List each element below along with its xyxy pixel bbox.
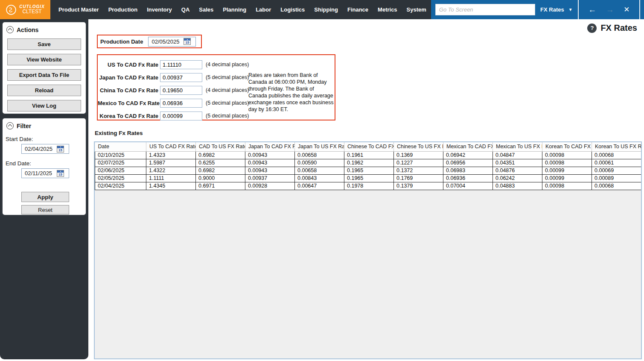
table-cell: 0.06983 bbox=[443, 167, 493, 174]
table-cell: 0.00098 bbox=[542, 151, 592, 159]
actions-panel-title: Actions bbox=[17, 26, 38, 33]
table-cell: 0.6971 bbox=[196, 182, 245, 190]
help-icon[interactable]: ? bbox=[587, 23, 597, 33]
decimal-places-note: (4 decimal places) bbox=[206, 62, 249, 68]
column-header[interactable]: Korean To CAD FX Rate bbox=[542, 142, 592, 151]
back-arrow-icon[interactable]: ← bbox=[588, 6, 596, 14]
table-cell: 0.06242 bbox=[493, 174, 542, 182]
page-header: ? FX Rates bbox=[587, 23, 637, 33]
top-navbar: CUTLOGIX CLTEST Product MasterProduction… bbox=[0, 0, 644, 19]
chevron-down-icon: ▼ bbox=[568, 7, 573, 12]
filter-panel-header: Filter bbox=[3, 118, 86, 129]
column-header[interactable]: Korean To US FX Rate bbox=[592, 142, 641, 151]
nav-menu-inventory[interactable]: Inventory bbox=[142, 6, 177, 13]
column-header[interactable]: CAD To US FX Rate bbox=[196, 142, 245, 151]
calendar-icon[interactable]: 15 bbox=[57, 170, 64, 177]
start-date-input[interactable] bbox=[22, 146, 57, 152]
table-cell: 0.04847 bbox=[493, 151, 542, 159]
actions-panel: Actions SaveView WebsiteExport Data To F… bbox=[2, 21, 87, 114]
table-cell: 0.00099 bbox=[542, 167, 592, 174]
page-title: FX Rates bbox=[600, 23, 637, 33]
calendar-icon[interactable]: 15 bbox=[57, 146, 64, 153]
japan-to-cad-fx-rate-input[interactable] bbox=[160, 73, 202, 82]
china-to-cad-fx-rate-input[interactable] bbox=[160, 86, 202, 95]
column-header[interactable]: Date bbox=[95, 142, 146, 151]
forward-arrow-icon[interactable]: → bbox=[606, 6, 614, 14]
export-data-to-file-button[interactable]: Export Data To File bbox=[7, 69, 81, 81]
column-header[interactable]: Chinese To US FX Rate bbox=[394, 142, 443, 151]
fx-rates-table: DateUS To CAD FX RateCAD To US FX RateJa… bbox=[95, 142, 641, 190]
table-cell: 0.1978 bbox=[344, 182, 394, 190]
decimal-places-note: (5 decimal places) bbox=[206, 74, 249, 80]
nav-menu-planning[interactable]: Planning bbox=[218, 6, 251, 13]
column-header[interactable]: Japan To US FX Rate bbox=[295, 142, 344, 151]
table-cell: 0.00943 bbox=[245, 151, 295, 159]
fx-rates-entry-section: US To CAD Fx Rate(4 decimal places)Japan… bbox=[97, 54, 335, 120]
table-cell: 0.00937 bbox=[245, 174, 295, 182]
end-date-label: End Date: bbox=[6, 160, 86, 167]
production-date-input[interactable] bbox=[149, 38, 184, 45]
table-row[interactable]: 02/05/20251.11110.90000.009370.008430.19… bbox=[95, 174, 641, 182]
column-header[interactable]: Chinese To CAD FX Rate bbox=[344, 142, 394, 151]
table-row[interactable]: 02/07/20251.59870.62550.009430.005900.19… bbox=[95, 159, 641, 167]
nav-menu-shipping[interactable]: Shipping bbox=[309, 6, 343, 13]
table-cell: 02/05/2025 bbox=[95, 174, 146, 182]
collapse-chevron-icon[interactable] bbox=[6, 122, 14, 129]
table-cell: 0.00098 bbox=[542, 159, 592, 167]
calendar-icon[interactable]: 15 bbox=[184, 38, 191, 45]
table-cell: 0.00943 bbox=[245, 167, 295, 174]
table-cell: 0.00590 bbox=[295, 159, 344, 167]
reload-button[interactable]: Reload bbox=[7, 85, 81, 96]
rate-label: Korea To CAD Fx Rate bbox=[98, 113, 158, 119]
table-row[interactable]: 02/04/20251.43450.69710.009280.006470.19… bbox=[95, 182, 641, 190]
end-date-input[interactable] bbox=[22, 170, 57, 176]
app-logo: CUTLOGIX CLTEST bbox=[0, 0, 50, 19]
collapse-chevron-icon[interactable] bbox=[6, 26, 14, 33]
nav-menu-labor[interactable]: Labor bbox=[251, 6, 276, 13]
table-cell: 0.07004 bbox=[443, 182, 493, 190]
nav-menu-qa[interactable]: QA bbox=[177, 6, 195, 13]
save-button[interactable]: Save bbox=[7, 38, 81, 50]
table-cell: 0.00069 bbox=[592, 167, 641, 174]
view-log-button[interactable]: View Log bbox=[7, 100, 81, 112]
nav-menu-production[interactable]: Production bbox=[104, 6, 143, 13]
nav-menu-product-master[interactable]: Product Master bbox=[54, 6, 104, 13]
mexico-to-cad-fx-rate-input[interactable] bbox=[160, 99, 202, 108]
left-sidebar: Actions SaveView WebsiteExport Data To F… bbox=[0, 19, 88, 359]
environment-name: CLTEST bbox=[22, 9, 41, 15]
nav-menu-logistics[interactable]: Logistics bbox=[276, 6, 309, 13]
table-cell: 0.06936 bbox=[443, 174, 493, 182]
table-cell: 1.4323 bbox=[146, 151, 196, 159]
close-screen-icon[interactable]: ✕ bbox=[624, 6, 629, 13]
nav-menu-system[interactable]: System bbox=[402, 6, 431, 13]
production-date-field: 15 bbox=[148, 37, 196, 47]
nav-menu-finance[interactable]: Finance bbox=[343, 6, 373, 13]
table-cell: 1.4345 bbox=[146, 182, 196, 190]
cutlogix-logo-icon bbox=[6, 4, 17, 15]
calendar-icon-day: 15 bbox=[57, 173, 64, 176]
table-cell: 0.00061 bbox=[592, 159, 641, 167]
korea-to-cad-fx-rate-input[interactable] bbox=[160, 112, 202, 120]
table-cell: 1.1111 bbox=[146, 174, 196, 182]
table-cell: 02/07/2025 bbox=[95, 159, 146, 167]
column-header[interactable]: US To CAD FX Rate bbox=[146, 142, 196, 151]
goto-screen-input[interactable] bbox=[435, 4, 535, 15]
column-header[interactable]: Mexican To CAD FX Rate bbox=[443, 142, 493, 151]
table-row[interactable]: 02/10/20251.43230.69820.009430.006580.19… bbox=[95, 151, 641, 159]
screen-selector-dropdown[interactable]: FX Rates ▼ bbox=[535, 0, 578, 19]
nav-menu-sales[interactable]: Sales bbox=[194, 6, 218, 13]
rate-label: Japan To CAD Fx Rate bbox=[98, 74, 158, 81]
view-website-button[interactable]: View Website bbox=[7, 54, 81, 65]
column-header[interactable]: Mexican To US FX Rate bbox=[493, 142, 542, 151]
table-cell: 0.6982 bbox=[196, 167, 245, 174]
favorite-zone: ★ bbox=[640, 6, 644, 14]
table-cell: 0.00943 bbox=[245, 159, 295, 167]
nav-menu-metrics[interactable]: Metrics bbox=[373, 6, 402, 13]
existing-fx-rates-title: Existing Fx Rates bbox=[95, 130, 143, 136]
column-header[interactable]: Japan To CAD FX Rate bbox=[245, 142, 295, 151]
decimal-places-note: (4 decimal places) bbox=[206, 87, 249, 93]
table-row[interactable]: 02/06/20251.43220.69820.009430.006580.19… bbox=[95, 167, 641, 174]
us-to-cad-fx-rate-input[interactable] bbox=[160, 60, 202, 69]
reset-button[interactable]: Reset bbox=[21, 205, 69, 214]
apply-button[interactable]: Apply bbox=[21, 192, 69, 202]
